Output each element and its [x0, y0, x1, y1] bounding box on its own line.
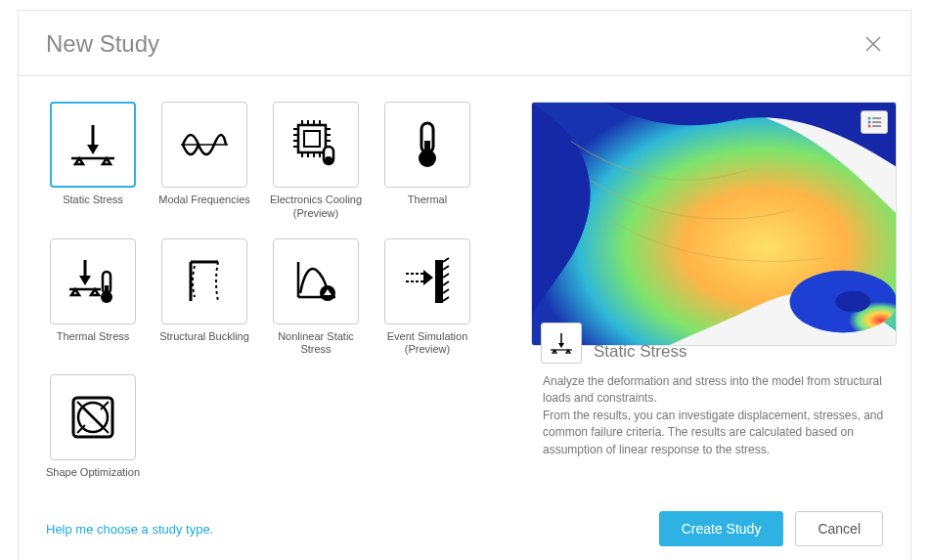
detail-description: Analyze the deformation and stress into …	[531, 373, 897, 458]
study-tile-nonlinear[interactable]: Nonlinear Static Stress	[269, 238, 363, 358]
legend-toggle-icon[interactable]	[861, 110, 888, 134]
study-tile-label: Structural Buckling	[155, 330, 253, 356]
new-study-dialog: New Study Static StressModal Frequencies…	[18, 10, 911, 560]
buckling-icon	[161, 238, 247, 324]
create-study-button[interactable]: Create Study	[659, 511, 784, 546]
close-icon[interactable]	[863, 34, 883, 54]
study-tile-label: Modal Frequencies	[155, 194, 253, 219]
nonlinear-icon	[273, 238, 359, 324]
study-tile-thermal-stress[interactable]: Thermal Stress	[46, 238, 140, 358]
event-icon	[384, 238, 470, 324]
study-tile-event[interactable]: Event Simulation (Preview)	[380, 238, 474, 358]
ecooling-icon	[273, 102, 359, 188]
study-type-grid: Static StressModal FrequenciesElectronic…	[46, 102, 527, 492]
study-tile-shape[interactable]: Shape Optimization	[46, 374, 140, 492]
study-tile-label: Event Simulation (Preview)	[378, 330, 476, 358]
study-tile-label: Thermal Stress	[44, 330, 142, 356]
thermal-icon	[384, 102, 470, 188]
dialog-header: New Study	[19, 11, 910, 76]
study-tile-label: Electronics Cooling (Preview)	[267, 194, 365, 221]
cancel-button[interactable]: Cancel	[795, 511, 883, 546]
study-tile-buckling[interactable]: Structural Buckling	[157, 238, 251, 358]
study-detail-panel: Static Stress Analyze the deformation an…	[531, 102, 897, 492]
study-preview	[531, 102, 897, 346]
study-tile-label: Nonlinear Static Stress	[267, 330, 365, 358]
dialog-title: New Study	[46, 30, 159, 58]
study-tile-ecooling[interactable]: Electronics Cooling (Preview)	[269, 102, 363, 221]
study-tile-label: Static Stress	[44, 194, 142, 219]
help-link[interactable]: Help me choose a study type.	[46, 522, 213, 537]
svg-point-64	[835, 291, 870, 313]
detail-title: Static Stress	[594, 342, 686, 362]
static-stress-icon	[50, 102, 136, 188]
svg-point-69	[868, 125, 871, 128]
svg-point-65	[868, 117, 871, 120]
study-tile-label: Thermal	[378, 194, 476, 219]
svg-point-67	[868, 121, 871, 124]
detail-header: Static Stress	[541, 323, 897, 364]
dialog-body: Static StressModal FrequenciesElectronic…	[19, 76, 910, 492]
dialog-footer: Help me choose a study type. Create Stud…	[19, 511, 910, 560]
thermal-stress-icon	[50, 238, 136, 324]
study-tile-static-stress[interactable]: Static Stress	[46, 102, 140, 221]
study-tile-modal[interactable]: Modal Frequencies	[157, 102, 251, 221]
study-tile-label: Shape Optimization	[44, 466, 142, 492]
shape-icon	[50, 374, 136, 460]
detail-type-icon	[541, 323, 582, 364]
modal-icon	[161, 102, 247, 188]
study-tile-thermal[interactable]: Thermal	[380, 102, 474, 221]
